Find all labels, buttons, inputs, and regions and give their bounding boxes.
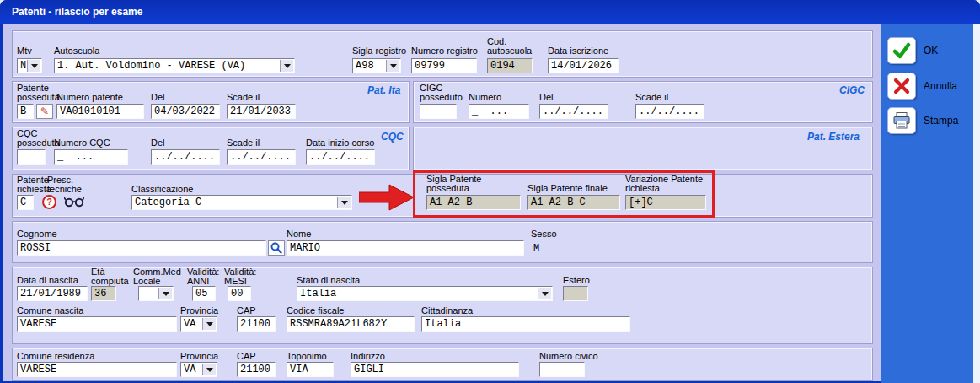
chevron-down-icon <box>158 288 172 299</box>
cqc-del-field[interactable]: ../../.... <box>151 149 220 165</box>
chevron-down-icon <box>202 364 216 375</box>
provincia-nascita-label: Provincia <box>180 306 218 316</box>
nome-field[interactable]: MARIO <box>287 240 524 256</box>
cigc-scade-field[interactable]: ../../.... <box>635 104 704 119</box>
validita-anni-label: Validità: ANNI <box>187 267 219 286</box>
cap-nascita-field[interactable]: 21100 <box>237 316 276 332</box>
codice-fiscale-label: Codice fiscale <box>287 306 344 316</box>
pencil-icon: ✎ <box>40 106 49 116</box>
cigc-numero-label: Numero <box>469 93 501 102</box>
data-nascita-field[interactable]: 21/01/1989 <box>17 286 88 301</box>
data-iscrizione-field[interactable]: 14/01/2026 <box>548 58 619 73</box>
cqc-inizio-corso-field[interactable]: ../../.... <box>306 149 375 165</box>
window-title: Patenti - rilascio per esame <box>12 6 142 18</box>
presc-tecniche-label: Presc. tecniche <box>47 175 82 194</box>
stato-nascita-label: Stato di nascita <box>297 276 360 285</box>
data-nascita-label: Data di nascita <box>17 276 78 285</box>
cqc-scade-field[interactable]: ../../.... <box>227 149 296 165</box>
sigla-registro-label: Sigla registro <box>352 46 406 56</box>
comune-nascita-field[interactable]: VARESE <box>17 316 177 332</box>
numero-civico-field[interactable] <box>539 362 585 377</box>
printer-icon <box>892 111 911 130</box>
section-pat-estera: Pat. Estera <box>807 131 860 143</box>
section-pat-ita: Pat. Ita <box>367 84 400 96</box>
numero-patente-label: Numero patente <box>56 93 123 102</box>
search-person-button[interactable] <box>268 240 285 256</box>
cigc-posseduto-field[interactable] <box>420 104 457 119</box>
check-icon <box>892 40 912 61</box>
cqc-posseduta-field[interactable] <box>17 149 46 165</box>
window-edge <box>973 24 980 383</box>
panel-pat-estera <box>413 127 873 170</box>
sigla-registro-select[interactable]: A98 <box>352 58 401 73</box>
eta-compiuta-field: 36 <box>91 286 116 301</box>
cod-autoscuola-label: Cod. autoscuola <box>487 37 532 56</box>
toponimo-label: Toponimo <box>287 352 327 361</box>
mtv-select[interactable]: N <box>17 58 42 73</box>
cap-nascita-label: CAP <box>237 306 256 316</box>
stampa-button[interactable]: Stampa <box>887 107 958 134</box>
comune-residenza-field[interactable]: VARESE <box>17 362 177 377</box>
chevron-down-icon <box>538 288 551 299</box>
cigc-numero-field[interactable]: _ ... <box>469 104 529 119</box>
patente-scade-label: Scade il <box>227 93 260 102</box>
cigc-del-field[interactable]: ../../.... <box>539 104 608 119</box>
validita-mesi-field[interactable]: 00 <box>228 286 251 301</box>
comune-nascita-label: Comune nascita <box>17 306 84 316</box>
codice-fiscale-field[interactable]: RSSMRA89A21L682Y <box>287 316 415 332</box>
cittadinanza-field[interactable]: Italia <box>421 316 630 332</box>
ok-button[interactable]: OK <box>887 37 938 64</box>
cognome-label: Cognome <box>17 229 57 239</box>
sigla-registro-value: A98 <box>356 59 374 73</box>
cod-autoscuola-field: 0194 <box>487 58 533 73</box>
numero-civico-label: Numero civico <box>539 352 598 361</box>
eta-compiuta-label: Età compiuta <box>91 267 129 286</box>
edit-patente-button[interactable]: ✎ <box>36 104 53 119</box>
numero-patente-field[interactable]: VA01010101 <box>56 104 144 119</box>
autoscuola-select[interactable]: 1. Aut. Voldomino - VARESE (VA) <box>54 58 295 73</box>
validita-anni-field[interactable]: 05 <box>192 286 216 301</box>
patente-scade-field[interactable]: 21/01/2033 <box>227 104 296 119</box>
data-iscrizione-label: Data iscrizione <box>548 46 608 56</box>
cqc-numero-field[interactable]: _ ... <box>54 149 128 165</box>
sigla-finale-label: Sigla Patente finale <box>527 184 608 193</box>
question-mark-icon[interactable]: ? <box>42 195 56 209</box>
patente-richiesta-field[interactable]: C <box>17 195 34 210</box>
numero-registro-label: Numero registro <box>411 46 478 56</box>
classificazione-value: Categoria C <box>135 196 201 209</box>
cap-residenza-field[interactable]: 21100 <box>237 362 276 377</box>
glasses-icon[interactable] <box>64 196 84 211</box>
provincia-residenza-select[interactable]: VA <box>180 362 217 377</box>
patente-posseduta-label: Patente posseduta <box>17 84 60 102</box>
cigc-posseduto-label: CIGC posseduto <box>420 84 463 102</box>
classificazione-select[interactable]: Categoria C <box>131 195 352 210</box>
stato-nascita-select[interactable]: Italia <box>297 286 553 301</box>
cqc-scade-label: Scade il <box>227 138 260 148</box>
provincia-nascita-select[interactable]: VA <box>180 316 217 332</box>
chevron-down-icon <box>337 197 351 208</box>
cigc-del-label: Del <box>539 93 554 102</box>
indirizzo-label: Indirizzo <box>351 352 385 361</box>
annulla-button-label: Annulla <box>924 80 957 92</box>
patente-posseduta-field[interactable]: B <box>17 104 34 119</box>
autoscuola-value: 1. Aut. Voldomino - VARESE (VA) <box>57 59 245 73</box>
cognome-field[interactable]: ROSSI <box>17 240 266 256</box>
chevron-down-icon <box>27 60 40 72</box>
cigc-scade-label: Scade il <box>635 93 668 102</box>
cqc-numero-label: Numero CQC <box>54 138 110 148</box>
comm-med-select[interactable] <box>138 286 174 301</box>
provincia-residenza-label: Provincia <box>180 352 218 361</box>
stato-nascita-value: Italia <box>300 287 336 300</box>
patente-richiesta-label: Patente richiesta <box>17 175 51 194</box>
patente-del-field[interactable]: 04/03/2022 <box>151 104 220 119</box>
toponimo-field[interactable]: VIA <box>287 362 334 377</box>
cqc-del-label: Del <box>151 138 165 148</box>
indirizzo-field[interactable]: GIGLI <box>351 362 519 377</box>
app-window: Patenti - rilascio per esame Mtv N Autos… <box>0 0 980 383</box>
comune-residenza-label: Comune residenza <box>17 352 94 361</box>
numero-registro-field[interactable]: 09799 <box>411 58 477 73</box>
estero-label: Estero <box>563 276 590 285</box>
sigla-posseduta-field: A1 A2 B <box>426 195 521 210</box>
annulla-button[interactable]: Annulla <box>887 73 957 100</box>
chevron-down-icon <box>280 60 293 72</box>
